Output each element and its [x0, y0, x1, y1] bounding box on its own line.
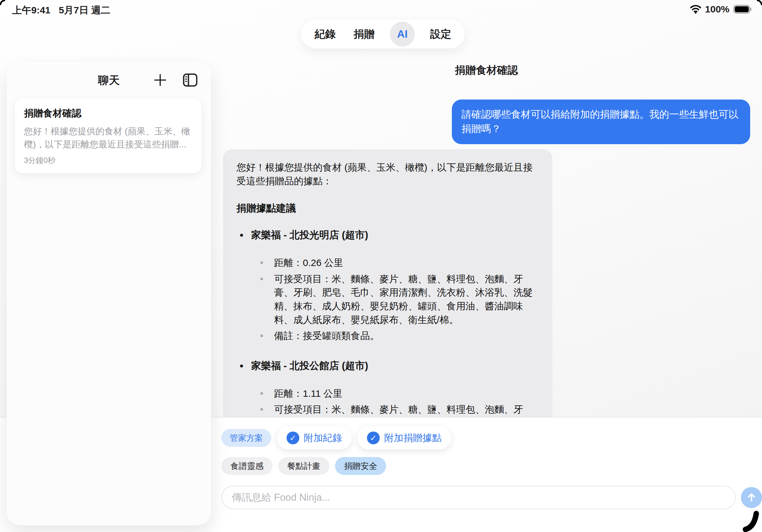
checkmark-icon: ✓ [286, 432, 299, 444]
message-input[interactable] [221, 486, 736, 509]
context-chip-label: 附加捐贈據點 [384, 432, 442, 445]
toggle-sidebar-button[interactable] [183, 73, 197, 87]
nav-tab[interactable]: AI [390, 22, 415, 46]
location-accepted-items: 可接受項目：米、麵條、麥片、糖、鹽、料理包、泡麵、牙膏、牙刷、肥皂、毛巾、家用清… [274, 272, 539, 327]
screen-corner-mark [756, 0, 762, 6]
conversation-title: 捐贈食材確認 [211, 63, 762, 78]
nav-tab[interactable]: 紀錄 [312, 22, 338, 46]
context-chip[interactable]: ✓ 附加捐贈據點 [357, 427, 451, 449]
main-tab-bar: 紀錄 捐贈 AI 設定 [301, 20, 465, 48]
clock: 上午9:41 [12, 4, 50, 17]
suggestion-chip-label: 餐點計畫 [287, 461, 320, 472]
checkmark-icon: ✓ [367, 432, 380, 444]
chat-item-preview: 您好！根據您提供的食材 (蘋果、玉米、橄欖)，以下是距離您最近且接受這些捐贈..… [24, 125, 192, 151]
suggestion-chip[interactable]: 餐點計畫 [278, 457, 329, 475]
battery-full-icon [733, 5, 752, 14]
suggestion-chip-row: 食譜靈感 餐點計畫 捐贈安全 [221, 457, 386, 475]
nav-tab[interactable]: 捐贈 [351, 22, 377, 46]
context-chip-label: 管家方案 [230, 432, 263, 444]
donation-location-item: 家樂福 - 北投光明店 (超市) 距離：0.26 公里 可接受項目：米、麵條、麥… [251, 228, 539, 343]
suggestion-chip[interactable]: 食譜靈感 [221, 457, 272, 475]
assistant-intro-text: 您好！根據您提供的食材 (蘋果、玉米、橄欖)，以下是距離您最近且接受這些捐贈品的… [236, 161, 539, 188]
nav-tab-label: AI [397, 28, 408, 40]
sidebar-header: 聊天 [7, 62, 211, 98]
sidebar-title: 聊天 [7, 62, 211, 98]
suggestion-chip-label: 食譜靈感 [230, 461, 264, 472]
user-message-bubble: 請確認哪些食材可以捐給附加的捐贈據點。我的一些生鮮也可以捐贈嗎？ [452, 100, 750, 144]
date: 5月7日 週二 [59, 4, 111, 17]
pen-swoosh-mark [721, 491, 762, 532]
nav-tab-label: 捐贈 [353, 27, 375, 41]
plus-icon [154, 74, 167, 87]
new-chat-button[interactable] [153, 73, 168, 87]
location-distance: 距離：1.11 公里 [274, 387, 539, 401]
battery-percent: 100% [705, 4, 729, 15]
nav-tab-label: 設定 [430, 27, 451, 41]
context-chip-label: 附加紀錄 [304, 432, 342, 445]
context-chip[interactable]: ✓ 附加紀錄 [277, 427, 352, 449]
context-chip-row: ✓ 管家方案 ✓ 附加紀錄 ✓ 附加捐贈據點 [221, 427, 451, 449]
wifi-icon [690, 5, 701, 14]
nav-tab-label: 紀錄 [315, 27, 336, 41]
chat-sidebar: 聊天 捐贈食材確認 您好！根據您提供的食材 (蘋果、玉米、橄欖)，以下是距離您最… [7, 62, 211, 525]
location-note: 備註：接受罐頭類食品。 [274, 329, 539, 343]
context-chip[interactable]: ✓ 管家方案 [221, 429, 271, 447]
chat-item-title: 捐贈食材確認 [24, 107, 192, 120]
location-name: 家樂福 - 北投光明店 (超市) [251, 228, 539, 242]
screen-corner-mark [0, 0, 6, 6]
sidebar-toggle-icon [183, 73, 197, 87]
chat-list-item[interactable]: 捐贈食材確認 您好！根據您提供的食材 (蘋果、玉米、橄欖)，以下是距離您最近且接… [15, 99, 201, 173]
nav-tab[interactable]: 設定 [427, 22, 454, 46]
location-distance: 距離：0.26 公里 [274, 256, 539, 270]
location-name: 家樂福 - 北投公館店 (超市) [251, 359, 539, 373]
assistant-section-heading: 捐贈據點建議 [236, 201, 539, 215]
composer-input-row [221, 486, 762, 509]
suggestion-chip[interactable]: 捐贈安全 [335, 457, 386, 475]
suggestion-chip-label: 捐贈安全 [344, 461, 377, 472]
chat-item-duration: 3分鐘0秒 [24, 155, 192, 166]
status-bar: 上午9:41 5月7日 週二 100% [0, 0, 762, 20]
location-details: 距離：0.26 公里 可接受項目：米、麵條、麥片、糖、鹽、料理包、泡麵、牙膏、牙… [251, 256, 539, 343]
